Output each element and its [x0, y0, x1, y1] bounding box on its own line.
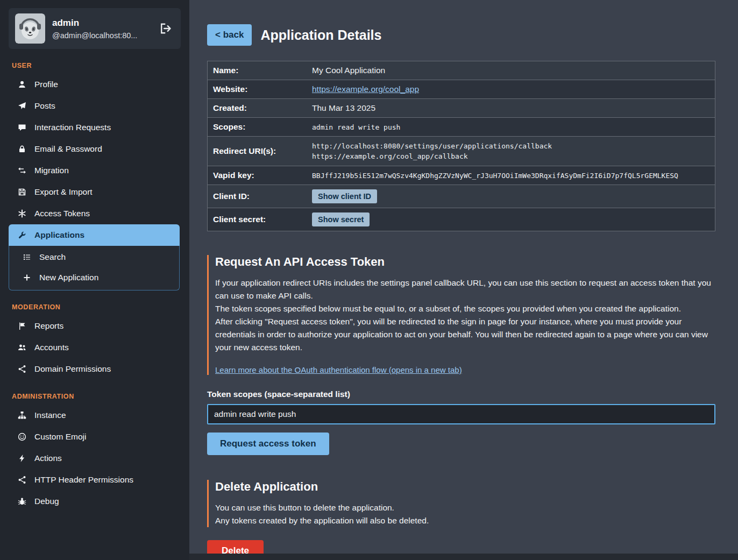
row-value-name: My Cool Application — [307, 61, 715, 80]
lock-icon — [17, 145, 26, 154]
user-handle: @admin@localhost:80... — [52, 31, 151, 40]
sidebar-item-profile[interactable]: Profile — [9, 74, 180, 95]
sidebar-item-migration[interactable]: Migration — [9, 160, 180, 181]
table-row: Created: Thu Mar 13 2025 — [208, 98, 715, 117]
table-row: Name: My Cool Application — [208, 61, 715, 80]
row-label: Website: — [208, 80, 307, 98]
sidebar-item-label: Access Tokens — [34, 209, 90, 218]
page-header: < back Application Details — [207, 24, 715, 46]
row-label: Client secret: — [208, 210, 307, 229]
sidebar: admin @admin@localhost:80... USER Profil… — [0, 0, 189, 560]
sidebar-item-new-application[interactable]: New Application — [9, 267, 179, 288]
sidebar-item-label: Accounts — [34, 343, 69, 352]
oauth-docs-link[interactable]: Learn more about the OAuth authenticatio… — [215, 365, 462, 374]
sidebar-item-reports[interactable]: Reports — [9, 315, 180, 337]
row-label: Vapid key: — [208, 166, 307, 185]
table-row: Vapid key: BBJffJ219b5iE512m7wQSzv4KgKDh… — [208, 166, 715, 185]
logout-button[interactable] — [158, 21, 173, 36]
delete-application-section: Delete Application You can use this butt… — [207, 480, 715, 554]
sidebar-item-accounts[interactable]: Accounts — [9, 337, 180, 358]
website-link[interactable]: https://example.org/cool_app — [312, 84, 419, 94]
row-value-vapid-key: BBJffJ219b5iE512m7wQSzv4KgKDhgZZVzNyWC_r… — [307, 167, 715, 184]
sidebar-item-label: Posts — [34, 101, 55, 111]
floppy-icon — [17, 188, 26, 197]
sidebar-item-applications-search[interactable]: Search — [9, 247, 179, 267]
delete-paragraph: Any tokens created by the application wi… — [215, 514, 715, 527]
table-row: Client secret: Show secret — [208, 208, 715, 231]
sidebar-item-instance[interactable]: Instance — [9, 405, 180, 426]
sidebar-item-label: Export & Import — [34, 187, 93, 197]
sidebar-item-http-header-permissions[interactable]: HTTP Header Permissions — [9, 469, 180, 491]
sidebar-item-label: Actions — [34, 453, 62, 463]
speech-bubble-icon — [17, 123, 26, 132]
show-client-id-button[interactable]: Show client ID — [312, 189, 377, 203]
avatar — [15, 13, 45, 44]
show-secret-button[interactable]: Show secret — [312, 212, 370, 226]
sidebar-item-label: Instance — [34, 410, 66, 420]
flag-icon — [17, 322, 26, 331]
delete-paragraph: You can use this button to delete the ap… — [215, 501, 715, 514]
users-icon — [17, 343, 26, 352]
list-icon — [22, 253, 31, 262]
sidebar-item-interaction-requests[interactable]: Interaction Requests — [9, 117, 180, 138]
sidebar-item-posts[interactable]: Posts — [9, 95, 180, 117]
sidebar-item-label: Debug — [34, 497, 59, 506]
sidebar-item-domain-permissions[interactable]: Domain Permissions — [9, 358, 180, 380]
row-label: Created: — [208, 99, 307, 117]
section-label-administration: ADMINISTRATION — [12, 393, 181, 400]
sidebar-item-label: Search — [39, 252, 66, 262]
main-content: < back Application Details Name: My Cool… — [189, 0, 738, 554]
sidebar-item-access-tokens[interactable]: Access Tokens — [9, 203, 180, 224]
sidebar-item-export-import[interactable]: Export & Import — [9, 181, 180, 203]
user-card: admin @admin@localhost:80... — [9, 8, 181, 49]
row-label: Name: — [208, 61, 307, 80]
row-value-created: Thu Mar 13 2025 — [307, 99, 715, 117]
sitemap-icon — [17, 411, 26, 420]
sidebar-item-debug[interactable]: Debug — [9, 491, 180, 512]
row-value-scopes: admin read write push — [307, 119, 715, 136]
section-label-user: USER — [12, 62, 181, 69]
table-row: Website: https://example.org/cool_app — [208, 80, 715, 98]
sidebar-item-label: HTTP Header Permissions — [34, 475, 133, 485]
token-scopes-input[interactable] — [207, 404, 715, 424]
token-scopes-label: Token scopes (space-separated list) — [207, 389, 715, 399]
asterisk-icon — [17, 209, 26, 218]
sidebar-item-applications[interactable]: Applications — [9, 224, 180, 246]
bug-icon — [17, 497, 26, 506]
sidebar-item-label: Reports — [34, 321, 63, 331]
row-label: Client ID: — [208, 187, 307, 205]
wrench-icon — [17, 231, 26, 240]
plus-icon — [22, 273, 31, 282]
table-row: Scopes: admin read write push — [208, 117, 715, 136]
redirect-uri: http://localhost:8080/settings/user/appl… — [312, 141, 709, 151]
redirect-uri: https://example.org/cool_app/callback — [312, 151, 709, 161]
back-button[interactable]: < back — [207, 24, 252, 46]
request-token-paragraph: If your application redirect URIs includ… — [215, 277, 715, 302]
sidebar-item-label: Domain Permissions — [34, 364, 111, 374]
transfer-arrows-icon — [17, 166, 26, 175]
row-label: Scopes: — [208, 118, 307, 136]
sidebar-item-custom-emoji[interactable]: Custom Emoji — [9, 426, 180, 448]
request-token-paragraph: After clicking "Request access token", y… — [215, 315, 715, 354]
share-nodes-icon — [17, 476, 26, 485]
section-label-moderation: MODERATION — [12, 303, 181, 311]
row-label: Redirect URI(s): — [208, 142, 307, 160]
request-token-description: Request An API Access Token If your appl… — [207, 255, 715, 375]
paper-plane-icon — [17, 102, 26, 111]
delete-button[interactable]: Delete — [207, 540, 264, 554]
sidebar-nav: USER Profile Posts Interaction Requests … — [0, 62, 189, 512]
sidebar-item-label: Custom Emoji — [34, 432, 86, 442]
user-icon — [17, 80, 26, 89]
table-row: Client ID: Show client ID — [208, 185, 715, 208]
request-access-token-button[interactable]: Request access token — [207, 433, 329, 455]
sidebar-item-label: Email & Password — [34, 144, 102, 154]
sidebar-item-label: Migration — [34, 166, 69, 175]
sidebar-item-email-password[interactable]: Email & Password — [9, 138, 180, 160]
sidebar-item-actions[interactable]: Actions — [9, 448, 180, 469]
share-nodes-icon — [17, 365, 26, 374]
application-details-table: Name: My Cool Application Website: https… — [207, 61, 715, 231]
smiley-icon — [17, 433, 26, 442]
sidebar-item-label: Applications — [34, 230, 84, 240]
page-title: Application Details — [260, 27, 381, 43]
bolt-icon — [17, 454, 26, 463]
